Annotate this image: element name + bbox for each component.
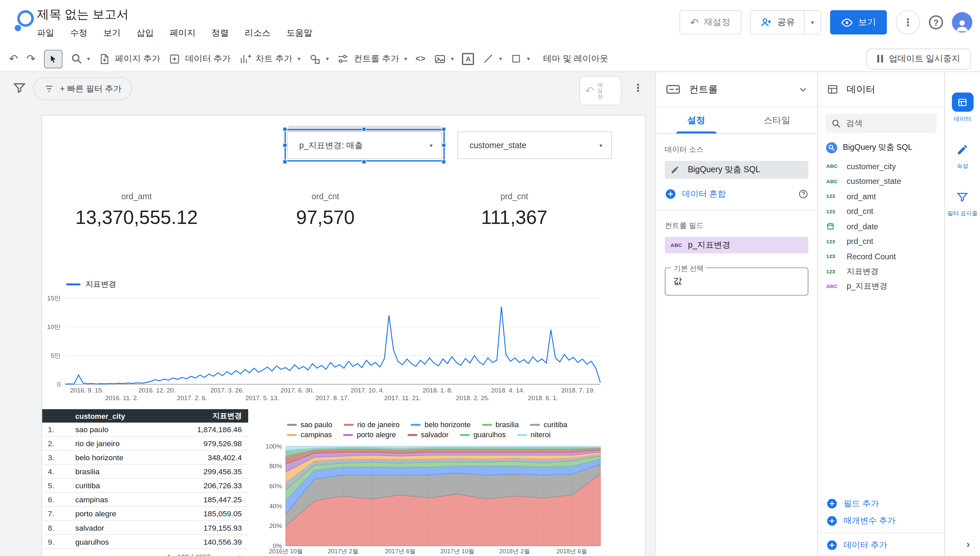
menu-arrange[interactable]: 정렬 bbox=[211, 27, 229, 39]
more-options-button[interactable]: ⋮ bbox=[896, 10, 920, 35]
resize-handle-nw[interactable] bbox=[282, 127, 287, 131]
text-tool-button[interactable]: A bbox=[462, 53, 474, 65]
page-next-icon[interactable]: › bbox=[239, 552, 242, 556]
timeseries-plot[interactable]: 15만10만5만02016. 9. 15.2016. 12. 20.2017. … bbox=[42, 289, 610, 408]
help-circle-icon[interactable] bbox=[798, 189, 809, 199]
dropdown-control-parameter[interactable]: p_지표변경: 매출 ▾ bbox=[287, 131, 442, 159]
pause-updates-button[interactable]: 업데이트 일시중지 bbox=[867, 48, 971, 69]
header-actions: ↶ 재설정 공유 ▾ bbox=[679, 10, 972, 35]
resize-handle-sw[interactable] bbox=[282, 159, 287, 163]
looker-studio-logo[interactable] bbox=[13, 8, 36, 34]
report-title[interactable]: 제목 없는 보고서 bbox=[37, 6, 312, 23]
component-reset-button[interactable]: ↶ 재설정 bbox=[579, 76, 621, 105]
column-header-metric[interactable]: 지표변경 bbox=[213, 411, 248, 421]
share-dropdown-button[interactable]: ▾ bbox=[804, 11, 820, 34]
help-icon[interactable]: ? bbox=[929, 15, 943, 29]
control-field-chip[interactable]: ABC p_지표변경 bbox=[665, 237, 808, 254]
theme-layout-button[interactable]: 테마 및 레이아웃 bbox=[543, 53, 608, 65]
add-field-button[interactable]: 필드 추가 bbox=[818, 495, 944, 512]
default-selection-input[interactable]: 기본 선택 값 bbox=[665, 267, 808, 295]
zoom-tool-button[interactable]: ▾ bbox=[70, 53, 90, 65]
line-tool-button[interactable]: ▾ bbox=[483, 53, 502, 65]
report-page[interactable]: p_지표변경: 매출 ▾ customer_state ▾ ord_amt 13… bbox=[41, 115, 645, 556]
menu-file[interactable]: 파일 bbox=[37, 27, 54, 39]
field-지표변경[interactable]: 123지표변경 bbox=[818, 264, 944, 279]
chevron-down-icon: ▾ bbox=[404, 55, 407, 62]
community-viz-button[interactable]: ▾ bbox=[309, 53, 329, 65]
resize-handle-s[interactable] bbox=[362, 159, 366, 163]
resize-handle-n[interactable] bbox=[362, 127, 366, 131]
title-block: 제목 없는 보고서 파일 수정 보기 삽입 페이지 정렬 리소스 도움말 bbox=[37, 6, 312, 39]
scorecard-ord-cnt[interactable]: ord_cnt 97,570 bbox=[231, 166, 420, 253]
text-type-icon: ABC bbox=[826, 284, 843, 289]
select-tool-button[interactable] bbox=[44, 49, 62, 68]
resize-handle-se[interactable] bbox=[441, 159, 446, 163]
menu-edit[interactable]: 수정 bbox=[70, 27, 87, 39]
tab-setup[interactable]: 설정 bbox=[656, 107, 737, 133]
add-quick-filter-button[interactable]: + 빠른 필터 추가 bbox=[33, 77, 132, 100]
resize-handle-w[interactable] bbox=[282, 143, 287, 147]
field-Record-Count[interactable]: 123Record Count bbox=[818, 249, 944, 264]
scorecard-ord-amt[interactable]: ord_amt 13,370,555.12 bbox=[42, 166, 231, 253]
number-type-icon: 123 bbox=[826, 254, 843, 259]
field-customer_state[interactable]: ABCcustomer_state bbox=[818, 174, 944, 189]
calendar-icon bbox=[826, 222, 843, 231]
avatar[interactable] bbox=[952, 12, 972, 32]
field-p_지표변경[interactable]: ABCp_지표변경 bbox=[818, 279, 944, 294]
scorecard-group[interactable]: ord_amt 13,370,555.12 ord_cnt 97,570 prd… bbox=[42, 166, 610, 253]
column-header-city[interactable]: customer_city bbox=[42, 412, 213, 420]
data-source-row[interactable]: BigQuery 맞춤 SQL bbox=[825, 142, 936, 154]
tab-style[interactable]: 스타일 bbox=[737, 107, 817, 133]
view-label: 보기 bbox=[858, 17, 876, 28]
field-customer_city[interactable]: ABCcustomer_city bbox=[818, 159, 944, 174]
share-button[interactable]: 공유 ▾ bbox=[750, 10, 821, 35]
field-name: customer_city bbox=[846, 162, 896, 171]
rail-tab-data[interactable]: 데이터 bbox=[945, 92, 980, 123]
table-row: 7.porto alegre185,059.05 bbox=[42, 507, 248, 521]
reset-button[interactable]: ↶ 재설정 bbox=[679, 10, 741, 35]
field-search-input[interactable]: 검색 bbox=[825, 113, 936, 133]
add-chart-button[interactable]: 차트 추가 ▾ bbox=[239, 53, 300, 65]
blend-data-button[interactable]: 데이터 혼합 bbox=[665, 188, 808, 200]
field-ord_date[interactable]: ord_date bbox=[818, 219, 944, 234]
undo-button[interactable]: ↶ bbox=[9, 52, 18, 65]
menu-insert[interactable]: 삽입 bbox=[136, 27, 154, 39]
rail-tab-filter-bar[interactable]: 필터 표시줄 bbox=[945, 187, 980, 218]
data-source-chip[interactable]: BigQuery 맞춤 SQL bbox=[665, 161, 808, 179]
edit-pencil-icon[interactable] bbox=[665, 165, 685, 174]
add-parameter-button[interactable]: 매개변수 추가 bbox=[818, 512, 944, 529]
embed-tool-button[interactable]: <> bbox=[416, 54, 426, 64]
dropdown-control-customer-state[interactable]: customer_state ▾ bbox=[457, 131, 612, 159]
collapse-panel-icon[interactable]: › bbox=[966, 539, 970, 550]
scorecard-prd-cnt[interactable]: prd_cnt 111,367 bbox=[420, 166, 609, 253]
svg-text:100%: 100% bbox=[266, 443, 282, 449]
menu-view[interactable]: 보기 bbox=[103, 27, 121, 39]
field-prd_cnt[interactable]: 123prd_cnt bbox=[818, 234, 944, 249]
rail-tab-properties[interactable]: 속성 bbox=[945, 140, 980, 171]
field-ord_amt[interactable]: 123ord_amt bbox=[818, 189, 944, 204]
chevron-down-icon[interactable] bbox=[798, 84, 809, 95]
city-rank-table[interactable]: customer_city 지표변경 1.sao paulo1,874,186.… bbox=[42, 409, 248, 556]
view-button[interactable]: 보기 bbox=[830, 10, 887, 35]
component-more-button[interactable]: ⋮ bbox=[633, 82, 643, 94]
add-data-button[interactable]: 데이터 추가 bbox=[169, 53, 231, 65]
timeseries-chart[interactable]: 지표변경 15만10만5만02016. 9. 15.2016. 12. 20.2… bbox=[42, 271, 610, 408]
pencil-icon bbox=[952, 140, 974, 159]
add-control-button[interactable]: 컨트롤 추가 ▾ bbox=[337, 53, 407, 65]
menu-help[interactable]: 도움말 bbox=[287, 27, 312, 39]
stacked-area-chart[interactable]: sao paulorio de janeirobelo horizontebra… bbox=[260, 421, 610, 556]
redo-button[interactable]: ↷ bbox=[26, 52, 35, 65]
add-page-button[interactable]: 페이지 추가 bbox=[98, 53, 160, 65]
page-prev-icon[interactable]: ‹ bbox=[223, 552, 226, 556]
menu-resource[interactable]: 리소스 bbox=[245, 27, 271, 39]
add-data-button[interactable]: 데이터 추가 bbox=[818, 536, 944, 554]
resize-handle-ne[interactable] bbox=[441, 127, 446, 131]
field-ord_cnt[interactable]: 123ord_cnt bbox=[818, 204, 944, 219]
menu-page[interactable]: 페이지 bbox=[170, 27, 195, 39]
resize-handle-e[interactable] bbox=[441, 143, 446, 147]
stacked-area-plot[interactable]: 100%80%60%40%20%0%2016년 10월2017년 2월2017년… bbox=[260, 443, 610, 556]
svg-text:5만: 5만 bbox=[51, 352, 61, 359]
svg-text:2017. 6. 30.: 2017. 6. 30. bbox=[280, 387, 314, 394]
shape-tool-button[interactable]: ▾ bbox=[510, 53, 530, 65]
image-tool-button[interactable]: ▾ bbox=[434, 53, 454, 65]
